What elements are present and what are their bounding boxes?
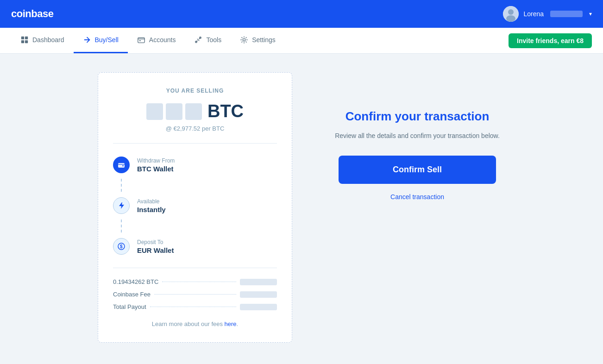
- chevron-down-icon[interactable]: ▾: [589, 11, 592, 17]
- avatar: [503, 6, 519, 22]
- fee-dots-2: [154, 294, 236, 295]
- svg-rect-4: [25, 37, 28, 39]
- coinbase-fee-label: Coinbase Fee: [113, 291, 151, 298]
- deposit-label: Deposit To: [137, 239, 174, 245]
- accounts-icon: [137, 36, 145, 44]
- svg-rect-8: [139, 40, 141, 41]
- transaction-card: YOU ARE SELLING BTC @ €2,977.52 per BTC: [98, 72, 292, 343]
- svg-point-2: [506, 15, 515, 22]
- tools-icon: [194, 36, 202, 44]
- blur-block-2: [166, 103, 182, 120]
- you-are-selling-label: YOU ARE SELLING: [113, 88, 277, 94]
- divider-bottom: [113, 268, 277, 268]
- learn-more-link[interactable]: here: [225, 320, 237, 327]
- buy-sell-label: Buy/Sell: [95, 36, 119, 44]
- total-payout-label: Total Payout: [113, 303, 146, 310]
- blur-block-1: [146, 103, 163, 120]
- withdraw-value: BTC Wallet: [137, 165, 175, 173]
- svg-point-1: [508, 9, 514, 15]
- svg-rect-12: [118, 163, 125, 168]
- btc-amount-value-blur: [240, 279, 277, 285]
- lightning-icon: [113, 197, 130, 214]
- blur-block-3: [185, 103, 202, 120]
- withdraw-label: Withdraw From: [137, 157, 175, 164]
- nav-item-buy-sell[interactable]: Buy/Sell: [74, 28, 128, 53]
- available-text: Available Instantly: [137, 198, 166, 213]
- confirm-sell-button[interactable]: Confirm Sell: [339, 156, 496, 184]
- svg-rect-6: [25, 40, 28, 43]
- dashboard-label: Dashboard: [32, 36, 64, 44]
- fee-dots-1: [162, 282, 236, 282]
- withdraw-text: Withdraw From BTC Wallet: [137, 157, 175, 173]
- header-right: Lorena ▾: [503, 6, 592, 22]
- nav: Dashboard Buy/Sell Accounts Tools: [0, 28, 603, 54]
- nav-item-accounts[interactable]: Accounts: [128, 28, 185, 53]
- available-value: Instantly: [137, 206, 166, 213]
- main-content: YOU ARE SELLING BTC @ €2,977.52 per BTC: [0, 54, 603, 361]
- nav-item-tools[interactable]: Tools: [185, 28, 231, 53]
- deposit-text: Deposit To EUR Wallet: [137, 239, 174, 254]
- confirm-panel: Confirm your transaction Review all the …: [329, 72, 505, 201]
- nav-item-settings[interactable]: Settings: [231, 28, 285, 53]
- dashed-connector-2: [121, 220, 122, 232]
- coinbase-fee-value-blur: [240, 291, 277, 298]
- svg-rect-7: [138, 38, 144, 43]
- wallet-icon: [113, 157, 130, 173]
- learn-more-text: Learn more about our fees: [152, 320, 225, 327]
- buy-sell-icon: [83, 36, 91, 44]
- svg-point-11: [243, 38, 245, 41]
- btc-amount-row: 0.19434262 BTC: [113, 276, 277, 288]
- settings-label: Settings: [252, 36, 276, 44]
- currency-symbol: BTC: [207, 101, 244, 121]
- total-payout-value-blur: [240, 304, 277, 310]
- user-name-blur: [550, 11, 583, 17]
- dashboard-icon: [20, 36, 29, 44]
- dashed-connector-1: [121, 179, 122, 192]
- header: coinbase Lorena ▾: [0, 0, 603, 28]
- accounts-label: Accounts: [149, 36, 176, 44]
- deposit-row: $ Deposit To EUR Wallet: [113, 232, 277, 260]
- svg-text:$: $: [120, 244, 123, 249]
- user-name: Lorena: [523, 10, 544, 18]
- svg-rect-5: [21, 40, 24, 43]
- deposit-value: EUR Wallet: [137, 246, 174, 254]
- withdraw-row: Withdraw From BTC Wallet: [113, 151, 277, 179]
- amount-blur: [146, 103, 202, 120]
- svg-rect-3: [21, 37, 24, 39]
- available-label: Available: [137, 198, 166, 205]
- dollar-icon: $: [113, 238, 130, 255]
- cancel-transaction-button[interactable]: Cancel transaction: [390, 193, 444, 201]
- nav-item-dashboard[interactable]: Dashboard: [11, 28, 74, 53]
- svg-rect-13: [122, 165, 124, 166]
- amount-row: BTC: [113, 101, 277, 121]
- confirm-description: Review all the details and confirm your …: [335, 131, 500, 141]
- per-price: @ €2,977.52 per BTC: [113, 125, 277, 132]
- tools-label: Tools: [206, 36, 221, 44]
- total-payout-row: Total Payout: [113, 301, 277, 313]
- coinbase-fee-row: Coinbase Fee: [113, 288, 277, 301]
- learn-more: Learn more about our fees here.: [113, 320, 277, 327]
- btc-amount-label: 0.19434262 BTC: [113, 278, 158, 285]
- fee-dots-3: [150, 307, 236, 307]
- available-row: Available Instantly: [113, 192, 277, 220]
- nav-items: Dashboard Buy/Sell Accounts Tools: [11, 28, 285, 53]
- divider-top: [113, 143, 277, 144]
- invite-button[interactable]: Invite friends, earn €8: [509, 33, 592, 48]
- settings-icon: [240, 36, 248, 44]
- logo: coinbase: [11, 8, 53, 20]
- confirm-title: Confirm your transaction: [345, 109, 490, 124]
